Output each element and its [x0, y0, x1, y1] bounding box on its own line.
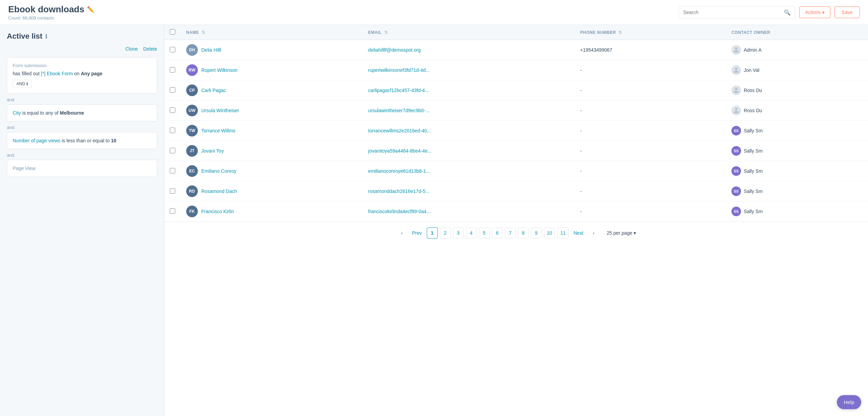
page-10-button[interactable]: 10 — [544, 228, 556, 238]
contact-phone: - — [580, 148, 582, 154]
col-email: EMAIL ⇅ — [363, 25, 575, 40]
prev-label-button[interactable]: Prev — [409, 228, 425, 238]
table-row: DH Delia Hilll deliahilllf@demospot.org+… — [164, 40, 868, 60]
contact-name[interactable]: Jovani Toy — [201, 148, 224, 154]
row-checkbox-0[interactable] — [170, 47, 175, 52]
info-icon[interactable]: ℹ — [45, 33, 47, 40]
page-1-button[interactable]: 1 — [427, 228, 438, 238]
contact-email[interactable]: rupertwilkinsonef3fd71d-4d... — [368, 67, 430, 73]
page-5-button[interactable]: 5 — [479, 228, 490, 238]
contact-avatar: RW — [186, 64, 198, 76]
contact-name[interactable]: Rosamond Dach — [201, 188, 237, 194]
contact-email[interactable]: carlipagacf12bc457-43fd-4... — [368, 88, 429, 93]
row-checkbox-4[interactable] — [170, 128, 175, 133]
next-button[interactable]: › — [588, 228, 599, 238]
name-cell: UW Ursula Wintheiser — [186, 105, 357, 116]
filter2-link[interactable]: City — [13, 110, 21, 116]
per-page-selector[interactable]: 25 per page ▾ — [607, 230, 636, 236]
prev-button[interactable]: ‹ — [396, 228, 407, 238]
contact-name[interactable]: Francisco Kirlin — [201, 209, 234, 214]
name-cell: RW Rupert Wilkinson — [186, 64, 357, 76]
and-button-1[interactable]: AND ℹ — [13, 80, 32, 88]
owner-avatar — [731, 65, 741, 75]
name-cell: FK Francisco Kirlin — [186, 206, 357, 217]
contact-email[interactable]: emilianoconroye61d13b8-1... — [368, 168, 430, 174]
name-cell: JT Jovani Toy — [186, 145, 357, 157]
col-email-label: EMAIL — [368, 30, 382, 35]
page-6-button[interactable]: 6 — [492, 228, 503, 238]
row-checkbox-1[interactable] — [170, 67, 175, 73]
owner-name: Admin A — [744, 47, 762, 53]
and-connector-1: and — [7, 97, 157, 102]
owner-name: Ross Du — [744, 108, 762, 113]
contact-phone: - — [580, 188, 582, 194]
clone-link[interactable]: Clone — [125, 46, 138, 52]
contact-name[interactable]: Carli Pagac — [201, 88, 226, 93]
filter3-link[interactable]: Number of page views — [13, 138, 60, 143]
table-row: EC Emiliano Conroy emilianoconroye61d13b… — [164, 161, 868, 181]
filter1-link[interactable]: [*] Ebook Form — [41, 71, 73, 76]
contact-email[interactable]: jovanitoya59a4464-8be4-4e... — [368, 148, 432, 154]
edit-icon[interactable]: ✏️ — [87, 6, 94, 13]
next-label-button[interactable]: Next — [571, 228, 586, 238]
row-checkbox-3[interactable] — [170, 107, 175, 113]
filter1-pre: has filled out — [13, 71, 41, 76]
contact-avatar: FK — [186, 206, 198, 217]
row-checkbox-8[interactable] — [170, 208, 175, 214]
delete-link[interactable]: Delete — [143, 46, 157, 52]
search-button[interactable]: 🔍 — [780, 6, 795, 18]
select-all-checkbox[interactable] — [170, 29, 175, 35]
owner-cell: Jon Val — [731, 65, 863, 75]
help-button[interactable]: Help — [837, 395, 861, 409]
filter3-pre: is less than or equal to — [60, 138, 111, 143]
owner-cell: Admin A — [731, 45, 863, 55]
per-page-arrow-icon: ▾ — [634, 230, 636, 236]
name-sort-icon[interactable]: ⇅ — [202, 30, 205, 35]
page-8-button[interactable]: 8 — [518, 228, 529, 238]
page-11-button[interactable]: 11 — [557, 228, 569, 238]
owner-cell: Ross Du — [731, 106, 863, 115]
row-checkbox-5[interactable] — [170, 148, 175, 153]
page-4-button[interactable]: 4 — [466, 228, 477, 238]
email-sort-icon[interactable]: ⇅ — [384, 30, 388, 35]
page-9-button[interactable]: 9 — [531, 228, 542, 238]
page-subtitle: Count: 66,909 contacts — [8, 15, 94, 21]
pagination: ‹ Prev 1 2 3 4 5 6 7 8 9 10 11 Next › 25… — [164, 222, 868, 244]
contact-avatar: EC — [186, 165, 198, 177]
and-connector-2: and — [7, 125, 157, 130]
save-button[interactable]: Save — [834, 6, 860, 18]
owner-avatar — [731, 86, 741, 95]
row-checkbox-7[interactable] — [170, 188, 175, 194]
table-row: TW Torrance Willms torrancewillms2e2016e… — [164, 121, 868, 141]
name-cell: TW Torrance Willms — [186, 125, 357, 136]
contact-email[interactable]: ursulawintheiser7d9ec9b0-... — [368, 108, 430, 113]
owner-cell: SS Sally Sm — [731, 207, 863, 216]
contact-name[interactable]: Torrance Willms — [201, 128, 235, 133]
phone-sort-icon[interactable]: ⇅ — [618, 30, 622, 35]
row-checkbox-2[interactable] — [170, 87, 175, 93]
actions-button[interactable]: Actions ▾ — [799, 6, 830, 18]
contact-name[interactable]: Emiliano Conroy — [201, 168, 237, 174]
name-cell: CP Carli Pagac — [186, 84, 357, 96]
contact-email[interactable]: franciscokirlinda4ecf89-0a4... — [368, 209, 431, 214]
page-2-button[interactable]: 2 — [440, 228, 451, 238]
filter-category-1: Form submission — [13, 63, 151, 68]
contact-email[interactable]: torrancewillms2e2016ed-40... — [368, 128, 431, 133]
contact-avatar: RD — [186, 185, 198, 197]
search-input[interactable] — [679, 7, 780, 18]
owner-avatar: SS — [731, 146, 741, 156]
col-owner-label: CONTACT OWNER — [731, 30, 770, 35]
contact-email[interactable]: rosamonddach2616e17d-5... — [368, 188, 430, 194]
row-checkbox-6[interactable] — [170, 168, 175, 173]
contact-email[interactable]: deliahilllf@demospot.org — [368, 47, 421, 53]
table-row: JT Jovani Toy jovanitoya59a4464-8be4-4e.… — [164, 141, 868, 161]
page-7-button[interactable]: 7 — [505, 228, 516, 238]
contact-name[interactable]: Delia Hilll — [201, 47, 221, 53]
filter3-bold: 10 — [111, 138, 116, 143]
owner-avatar — [731, 45, 741, 55]
owner-avatar: SS — [731, 186, 741, 196]
contact-name[interactable]: Ursula Wintheiser — [201, 108, 239, 113]
owner-name: Ross Du — [744, 88, 762, 93]
page-3-button[interactable]: 3 — [453, 228, 464, 238]
contact-name[interactable]: Rupert Wilkinson — [201, 67, 238, 73]
